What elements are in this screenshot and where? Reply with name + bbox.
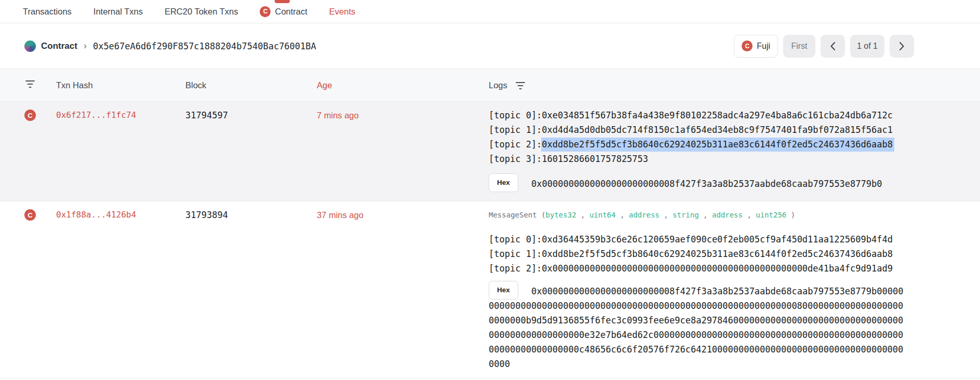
breadcrumb-separator: › xyxy=(84,40,87,51)
event-param-type: bytes32 xyxy=(546,211,576,219)
topic-label: [topic 1]: xyxy=(489,125,542,135)
topic-label: [topic 1]: xyxy=(489,249,542,259)
contract-header-bar: Contract › 0x5e67eA6d6f290F857c1888204b7… xyxy=(0,23,980,69)
topic-label: [topic 0]: xyxy=(489,110,542,120)
breadcrumb: Contract › 0x5e67eA6d6f290F857c1888204b7… xyxy=(24,40,316,52)
topic-value: 16015286601757825753 xyxy=(542,154,648,164)
tab-label: Transactions xyxy=(23,7,72,17)
next-page-button[interactable] xyxy=(890,35,914,58)
table-header: Txn Hash Block Age Logs xyxy=(0,69,980,102)
contract-icon: C xyxy=(24,110,36,121)
network-name: Fuji xyxy=(757,42,770,51)
topic-label: [topic 2]: xyxy=(489,139,542,150)
topics-list: [topic 0]:0xd36445359b3c6e26c120659aef09… xyxy=(489,232,907,276)
logs-cell: [topic 0]:0xe034851f567b38fa4a438e9f8010… xyxy=(489,108,907,191)
event-signature: MessageSent (bytes32 , uint64 , address … xyxy=(489,208,907,222)
tab-label: Internal Txns xyxy=(93,7,143,17)
topic-value: 0xd4d4a5d0db05dc714f8150c1af654ed34eb8c9… xyxy=(542,125,893,135)
topic-value: 0xdd8be2f5f5d5cf3b8640c62924025b311ae83c… xyxy=(542,249,893,259)
contract-icon: C xyxy=(260,6,271,17)
hex-data-block: Hex0x0000000000000000000000008f427f3a3a8… xyxy=(489,284,907,371)
block-number: 31793894 xyxy=(185,210,228,220)
event-paren-open: ( xyxy=(537,211,546,219)
tab-label: Events xyxy=(329,7,355,17)
topic-label: [topic 0]: xyxy=(489,234,542,245)
topic-value: 0x00000000000000000000000000000000000000… xyxy=(542,263,893,274)
tab-erc20-token-txns[interactable]: ERC20 Token Txns xyxy=(165,7,238,17)
block-number: 31794597 xyxy=(185,110,228,120)
topic-line: [topic 2]:0xdd8be2f5f5d5cf3b8640c6292402… xyxy=(489,137,907,152)
topic-label: [topic 2]: xyxy=(489,263,542,274)
hex-button[interactable]: Hex xyxy=(489,173,518,192)
tab-events[interactable]: Events xyxy=(329,7,355,17)
hex-data-block: Hex0x0000000000000000000000008f427f3a3a8… xyxy=(489,177,907,191)
event-param-type: uint256 xyxy=(756,211,786,219)
column-header-block: Block xyxy=(185,80,317,90)
event-param-separator: , xyxy=(743,211,756,219)
chevron-right-icon xyxy=(899,42,905,51)
column-header-txn-hash: Txn Hash xyxy=(56,80,185,90)
event-name: MessageSent xyxy=(489,211,537,219)
globe-icon xyxy=(24,40,36,52)
tab-contract[interactable]: CContract xyxy=(260,6,307,17)
event-param-type: address xyxy=(712,211,743,219)
logs-cell: MessageSent (bytes32 , uint64 , address … xyxy=(489,208,907,371)
age: 37 mins ago xyxy=(317,210,364,220)
age: 7 mins ago xyxy=(317,111,359,120)
contract-address: 0x5e67eA6d6f290F857c1888204b7540Bac76001… xyxy=(93,41,316,51)
network-icon: C xyxy=(742,40,753,51)
active-indicator-fragment xyxy=(275,0,290,3)
topic-line: [topic 0]:0xe034851f567b38fa4a438e9f8010… xyxy=(489,108,907,123)
hex-data: 0x0000000000000000000000008f427f3a3a8b25… xyxy=(489,284,907,371)
txn-hash-link[interactable]: 0x6f217...f1fc74 xyxy=(56,110,136,120)
tab-label: Contract xyxy=(275,7,307,17)
event-param-separator: , xyxy=(576,211,589,219)
page-indicator: 1 of 1 xyxy=(850,35,884,58)
event-row: C0x1f88a...4126b43179389437 mins agoMess… xyxy=(0,201,980,379)
topic-line: [topic 1]:0xdd8be2f5f5d5cf3b8640c6292402… xyxy=(489,247,907,261)
topic-line: [topic 3]:16015286601757825753 xyxy=(489,152,907,166)
event-param-separator: , xyxy=(660,211,673,219)
events-table-body: C0x6f217...f1fc74317945977 mins ago[topi… xyxy=(0,102,980,379)
topic-value-selected: 0xdd8be2f5f5d5cf3b8640c62924025b311ae83c… xyxy=(541,138,894,152)
topic-label: [topic 3]: xyxy=(489,154,542,164)
top-tab-bar: TransactionsInternal TxnsERC20 Token Txn… xyxy=(0,0,980,23)
contract-icon: C xyxy=(24,209,36,221)
topic-line: [topic 1]:0xd4d4a5d0db05dc714f8150c1af65… xyxy=(489,123,907,137)
topic-line: [topic 2]:0x0000000000000000000000000000… xyxy=(489,261,907,276)
event-param-separator: , xyxy=(615,211,628,219)
event-paren-close: ) xyxy=(786,211,795,219)
hex-data: 0x0000000000000000000000008f427f3a3a8b25… xyxy=(489,177,907,191)
event-row: C0x6f217...f1fc74317945977 mins ago[topi… xyxy=(0,102,980,201)
tab-transactions[interactable]: Transactions xyxy=(23,7,72,17)
pagination: C Fuji First 1 of 1 xyxy=(734,35,914,58)
topic-value: 0xd36445359b3c6e26c120659aef090ce0f2eb00… xyxy=(542,234,893,245)
network-badge[interactable]: C Fuji xyxy=(734,35,778,58)
filter-icon[interactable] xyxy=(24,79,36,89)
topics-list: [topic 0]:0xe034851f567b38fa4a438e9f8010… xyxy=(489,108,907,166)
event-param-type: address xyxy=(629,211,660,219)
topic-value: 0xe034851f567b38fa4a438e9f80102258adc4a2… xyxy=(542,110,893,120)
column-header-age[interactable]: Age xyxy=(317,80,489,90)
prev-page-button[interactable] xyxy=(821,35,845,58)
txn-hash-link[interactable]: 0x1f88a...4126b4 xyxy=(56,210,136,220)
topic-line: [topic 0]:0xd36445359b3c6e26c120659aef09… xyxy=(489,232,907,247)
event-param-separator: , xyxy=(699,211,712,219)
logs-filter-icon[interactable] xyxy=(515,80,526,90)
breadcrumb-contract-label: Contract xyxy=(41,41,77,51)
hex-button[interactable]: Hex xyxy=(489,281,518,300)
column-header-logs: Logs xyxy=(489,80,507,90)
event-param-type: uint64 xyxy=(589,211,616,219)
chevron-left-icon xyxy=(830,42,836,51)
event-param-type: string xyxy=(673,211,699,219)
first-page-button[interactable]: First xyxy=(783,35,815,58)
tab-internal-txns[interactable]: Internal Txns xyxy=(93,7,143,17)
tab-label: ERC20 Token Txns xyxy=(165,7,238,17)
